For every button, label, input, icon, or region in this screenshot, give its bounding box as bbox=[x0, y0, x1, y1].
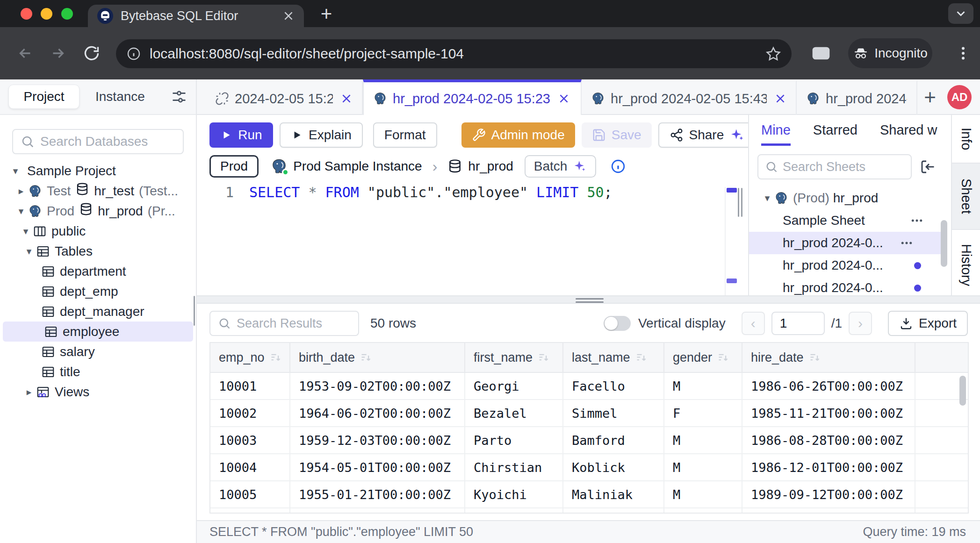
caret-down-icon[interactable]: ▾ bbox=[19, 226, 33, 237]
caret-right-icon[interactable]: ▸ bbox=[22, 386, 36, 398]
tree-row-public[interactable]: ▾public bbox=[0, 221, 196, 241]
search-databases-box[interactable] bbox=[12, 129, 184, 154]
column-header-birth_date[interactable]: birth_date bbox=[290, 343, 465, 372]
sheet-group[interactable]: ▾(Prod)hr_prod bbox=[749, 187, 951, 209]
tree-row-employee[interactable]: employee bbox=[3, 322, 193, 342]
column-header-gender[interactable]: gender bbox=[664, 343, 742, 372]
tab-project[interactable]: Project bbox=[8, 85, 79, 109]
table-row-5[interactable]: 100061953-04-20T00:00:00ZAnnekePreusigF1… bbox=[210, 508, 968, 514]
close-tab-icon[interactable] bbox=[282, 10, 295, 22]
share-button[interactable]: Share bbox=[658, 122, 748, 148]
sheet-tab-3[interactable]: hr_prod 2024-0 bbox=[797, 79, 917, 115]
minimize-window-button[interactable] bbox=[41, 8, 52, 20]
close-sheet-tab-icon[interactable] bbox=[558, 93, 570, 105]
save-button[interactable]: Save bbox=[582, 122, 652, 148]
editor-overview-ruler[interactable] bbox=[725, 187, 737, 295]
table-row-0[interactable]: 100011953-09-02T00:00:00ZGeorgiFacelloM1… bbox=[210, 373, 968, 400]
column-header-hire_date[interactable]: hire_date bbox=[742, 343, 915, 372]
sheet-item-menu-icon[interactable] bbox=[910, 214, 924, 228]
site-info-icon[interactable] bbox=[126, 46, 141, 61]
prev-page-button[interactable]: ‹ bbox=[742, 312, 765, 335]
url-bar[interactable]: localhost:8080/sql-editor/sheet/project-… bbox=[116, 39, 792, 68]
tree-row-prod[interactable]: ▾Prodhr_prod(Pr... bbox=[0, 201, 196, 221]
table-row-2[interactable]: 100031959-12-03T00:00:00ZPartoBamfordM19… bbox=[210, 427, 968, 454]
bookmark-star-icon[interactable] bbox=[765, 46, 781, 62]
browser-menu-icon[interactable] bbox=[955, 45, 972, 62]
side-panel-icon[interactable] bbox=[812, 46, 830, 61]
table-row-3[interactable]: 100041954-05-01T00:00:00ZChirstianKoblic… bbox=[210, 454, 968, 481]
tab-search-button[interactable] bbox=[948, 3, 973, 24]
next-page-button[interactable]: › bbox=[849, 312, 872, 335]
avatar[interactable]: AD bbox=[947, 85, 972, 109]
instance-name[interactable]: Prod Sample Instance bbox=[293, 159, 422, 174]
sheet-tab-1[interactable]: hr_prod 2024-02-05 15:23 bbox=[363, 79, 582, 115]
database-name[interactable]: hr_prod bbox=[468, 159, 513, 174]
column-header-last_name[interactable]: last_name bbox=[563, 343, 664, 372]
caret-down-icon[interactable]: ▾ bbox=[22, 246, 36, 257]
tree-row-department[interactable]: department bbox=[0, 261, 196, 281]
sheet-item-3[interactable]: hr_prod 2024-0... bbox=[749, 254, 951, 277]
explain-button[interactable]: Explain bbox=[280, 122, 363, 148]
result-table-scrollbar[interactable] bbox=[959, 376, 966, 406]
caret-down-icon[interactable]: ▾ bbox=[14, 206, 28, 217]
environment-chip[interactable]: Prod bbox=[209, 155, 259, 178]
info-icon[interactable] bbox=[610, 158, 626, 174]
tree-row-tables[interactable]: ▾Tables bbox=[0, 241, 196, 261]
tree-row-test[interactable]: ▸Testhr_test(Test... bbox=[0, 181, 196, 201]
search-results-input[interactable] bbox=[237, 316, 351, 331]
table-row-1[interactable]: 100021964-06-02T00:00:00ZBezalelSimmelF1… bbox=[210, 400, 968, 427]
side-tab-info[interactable]: Info bbox=[952, 115, 980, 164]
close-window-button[interactable] bbox=[21, 8, 32, 20]
sheet-tab-2[interactable]: hr_prod 2024-02-05 15:43 bbox=[582, 79, 797, 115]
tab-mine[interactable]: Mine bbox=[761, 122, 791, 146]
close-sheet-tab-icon[interactable] bbox=[340, 93, 353, 105]
tree-row-sample-project[interactable]: ▾Sample Project bbox=[0, 161, 196, 181]
search-results-box[interactable] bbox=[209, 311, 359, 336]
column-header-first_name[interactable]: first_name bbox=[465, 343, 563, 372]
tab-starred[interactable]: Starred bbox=[813, 122, 858, 146]
tree-row-salary[interactable]: salary bbox=[0, 342, 196, 362]
format-button[interactable]: Format bbox=[373, 122, 437, 148]
caret-down-icon[interactable]: ▾ bbox=[760, 193, 774, 204]
export-button[interactable]: Export bbox=[888, 311, 968, 336]
page-number-input[interactable] bbox=[771, 312, 825, 335]
sheet-item-1[interactable]: Sample Sheet bbox=[749, 209, 951, 232]
sheet-list-scrollbar[interactable] bbox=[941, 220, 947, 267]
tree-row-title[interactable]: title bbox=[0, 362, 196, 382]
browser-tab[interactable]: Bytebase SQL Editor bbox=[88, 5, 304, 27]
admin-mode-button[interactable]: Admin mode bbox=[461, 122, 575, 148]
run-button[interactable]: Run bbox=[209, 122, 273, 148]
search-sheets-input[interactable] bbox=[783, 160, 904, 174]
tree-row-views[interactable]: ▸Views bbox=[0, 382, 196, 402]
side-tab-history[interactable]: History bbox=[952, 230, 980, 301]
sheet-item-menu-icon[interactable] bbox=[900, 236, 914, 250]
reload-icon[interactable] bbox=[83, 45, 100, 62]
tab-shared[interactable]: Shared w bbox=[880, 122, 937, 146]
tree-row-dept-emp[interactable]: dept_emp bbox=[0, 281, 196, 301]
collapse-panel-icon[interactable] bbox=[919, 158, 936, 175]
tree-row-dept-manager[interactable]: dept_manager bbox=[0, 301, 196, 322]
tab-instance[interactable]: Instance bbox=[95, 89, 145, 104]
vertical-display-toggle[interactable] bbox=[604, 316, 631, 331]
search-databases-input[interactable] bbox=[40, 134, 175, 149]
table-row-4[interactable]: 100051955-01-21T00:00:00ZKyoichiMaliniak… bbox=[210, 481, 968, 508]
caret-down-icon[interactable]: ▾ bbox=[8, 165, 22, 177]
search-sheets-box[interactable] bbox=[757, 154, 912, 179]
caret-right-icon[interactable]: ▸ bbox=[14, 186, 28, 197]
filter-settings-icon[interactable] bbox=[171, 88, 187, 105]
sheet-item-2[interactable]: hr_prod 2024-0... bbox=[749, 232, 941, 254]
maximize-window-button[interactable] bbox=[61, 8, 73, 20]
column-header-emp_no[interactable]: emp_no bbox=[210, 343, 290, 372]
results-resize-divider[interactable] bbox=[197, 295, 980, 304]
side-tab-sheet[interactable]: Sheet bbox=[952, 164, 980, 230]
forward-icon[interactable] bbox=[50, 45, 66, 62]
sheet-item-4[interactable]: hr_prod 2024-0... bbox=[749, 277, 951, 295]
back-icon[interactable] bbox=[17, 45, 34, 62]
sheet-tab-0[interactable]: 2024-02-05 15:22 bbox=[206, 79, 363, 115]
close-sheet-tab-icon[interactable] bbox=[774, 93, 786, 105]
sql-editor[interactable]: 1SELECT * FROM "public"."employee" LIMIT… bbox=[197, 184, 748, 200]
panel-resize-handle[interactable] bbox=[738, 188, 742, 217]
new-sheet-tab-button[interactable]: + bbox=[917, 79, 943, 115]
batch-button[interactable]: Batch bbox=[525, 155, 597, 178]
new-tab-button[interactable]: + bbox=[314, 4, 339, 24]
